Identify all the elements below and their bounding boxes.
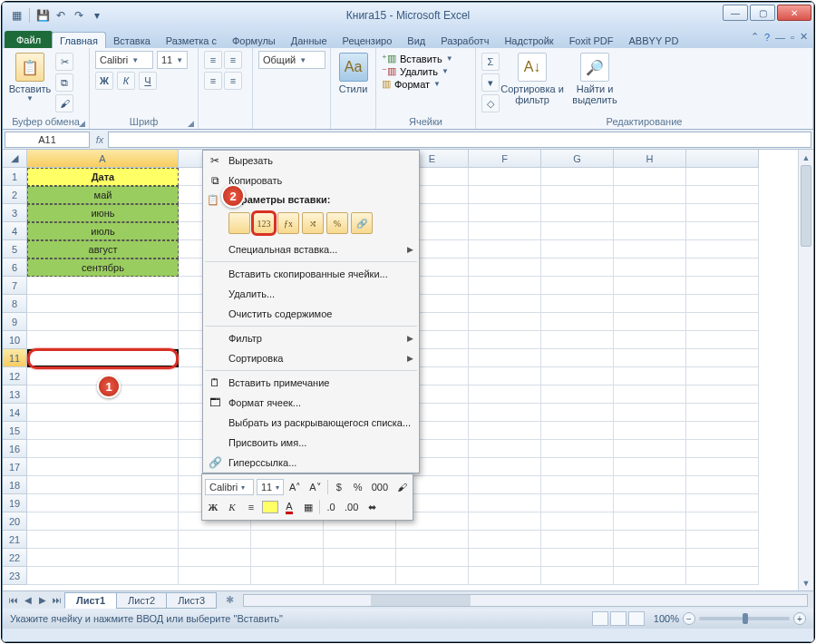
tab-nav-prev-icon[interactable]: ◀ <box>21 593 35 608</box>
cell[interactable] <box>686 476 759 494</box>
cell[interactable] <box>27 440 179 458</box>
vertical-scrollbar[interactable]: ▲ ▼ <box>798 150 813 590</box>
zoom-level[interactable]: 100% <box>654 613 679 624</box>
mini-borders-icon[interactable]: ▦ <box>300 499 316 515</box>
cell[interactable] <box>686 349 759 367</box>
sheet-tab[interactable]: Лист3 <box>166 592 217 609</box>
scroll-thumb[interactable] <box>801 165 811 247</box>
scroll-down-icon[interactable]: ▼ <box>799 575 813 590</box>
ctx-hyperlink[interactable]: 🔗Гиперссылка... <box>203 453 419 473</box>
row-header[interactable]: 20 <box>3 512 27 531</box>
col-header[interactable] <box>686 150 759 168</box>
qat-undo-icon[interactable]: ↶ <box>53 7 69 24</box>
cell[interactable] <box>27 313 179 331</box>
cell[interactable] <box>469 259 541 277</box>
align-center-icon[interactable]: ≡ <box>224 72 242 90</box>
tab-data[interactable]: Данные <box>283 32 335 48</box>
cell[interactable] <box>614 186 686 204</box>
cell[interactable] <box>27 404 179 422</box>
cell[interactable] <box>686 259 759 277</box>
doc-restore-icon[interactable]: ▫ <box>791 32 794 43</box>
sheet-tab[interactable]: Лист2 <box>116 592 167 609</box>
cell[interactable] <box>614 222 686 240</box>
sheet-tab[interactable]: Лист1 <box>64 592 117 609</box>
cell[interactable] <box>614 512 686 531</box>
grow-font-icon[interactable]: A˄ <box>287 479 304 495</box>
cell[interactable] <box>469 567 541 585</box>
merge-icon[interactable]: ⬌ <box>364 499 380 515</box>
cell[interactable] <box>469 549 541 567</box>
tab-formulas[interactable]: Формулы <box>224 32 284 48</box>
cell[interactable] <box>27 295 179 313</box>
doc-close-icon[interactable]: ✕ <box>800 31 808 43</box>
find-select-button[interactable]: 🔎 Найти и выделить <box>565 51 625 105</box>
cell[interactable] <box>614 367 686 385</box>
cell[interactable] <box>686 404 759 422</box>
cell[interactable] <box>469 186 541 204</box>
shrink-font-icon[interactable]: A˅ <box>306 479 324 495</box>
cell[interactable]: май <box>27 186 179 204</box>
tab-layout[interactable]: Разметка с <box>158 32 225 48</box>
row-header[interactable]: 18 <box>3 476 27 494</box>
col-header[interactable]: F <box>469 150 541 168</box>
cell[interactable] <box>469 531 541 549</box>
ctx-delete[interactable]: Удалить... <box>203 284 419 304</box>
dialog-launcher-icon[interactable]: ◢ <box>79 119 85 128</box>
cell[interactable] <box>541 331 614 349</box>
cell[interactable] <box>469 512 541 531</box>
mini-italic-button[interactable]: К <box>224 499 240 515</box>
new-sheet-icon[interactable]: ✱ <box>221 593 238 608</box>
qat-customize-icon[interactable]: ▾ <box>89 7 105 24</box>
cell[interactable] <box>396 531 469 549</box>
paste-all-button[interactable] <box>228 212 250 234</box>
cell[interactable] <box>541 259 614 277</box>
doc-minimize-icon[interactable]: — <box>775 32 785 43</box>
cell[interactable] <box>686 549 759 567</box>
cell[interactable] <box>469 313 541 331</box>
cell[interactable] <box>469 204 541 222</box>
cell[interactable] <box>541 531 614 549</box>
view-normal-icon[interactable] <box>592 611 608 626</box>
cell[interactable] <box>686 186 759 204</box>
row-header[interactable]: 1 <box>3 168 27 186</box>
cell[interactable] <box>614 277 686 295</box>
cell[interactable] <box>614 531 686 549</box>
tab-nav-first-icon[interactable]: ⏮ <box>6 593 21 608</box>
delete-cells-label[interactable]: Удалить <box>400 66 438 77</box>
cell[interactable] <box>179 549 251 567</box>
cell[interactable] <box>396 549 469 567</box>
cell[interactable] <box>27 277 179 295</box>
delete-cells-icon[interactable]: ⁻▥ <box>382 65 396 77</box>
cell[interactable] <box>469 458 541 476</box>
tab-abbyy[interactable]: ABBYY PD <box>621 32 687 48</box>
tab-file[interactable]: Файл <box>5 31 53 48</box>
cell[interactable] <box>469 404 541 422</box>
cell[interactable] <box>686 204 759 222</box>
tab-nav-next-icon[interactable]: ▶ <box>35 593 50 608</box>
row-header[interactable]: 11 <box>3 349 27 367</box>
cell[interactable] <box>686 512 759 531</box>
styles-button[interactable]: Aa Стили <box>336 51 370 94</box>
mini-font-color-icon[interactable]: A <box>281 499 297 515</box>
format-cells-label[interactable]: Формат <box>394 79 430 90</box>
format-cells-icon[interactable]: ▥ <box>382 78 391 90</box>
cell[interactable] <box>179 567 251 585</box>
cell[interactable] <box>614 313 686 331</box>
cell[interactable]: август <box>27 240 179 259</box>
ctx-sort[interactable]: Сортировка▶ <box>203 348 419 368</box>
close-button[interactable]: ✕ <box>777 5 811 21</box>
decrease-decimal-icon[interactable]: .00 <box>342 499 361 515</box>
cell[interactable] <box>686 567 759 585</box>
cell[interactable] <box>541 168 614 186</box>
align-top-icon[interactable]: ≡ <box>204 51 222 69</box>
paste-formulas-button[interactable]: ƒx <box>277 212 299 234</box>
cell[interactable] <box>541 240 614 259</box>
cell[interactable] <box>324 567 396 585</box>
cell[interactable] <box>614 259 686 277</box>
tab-view[interactable]: Вид <box>399 32 433 48</box>
minimize-button[interactable]: — <box>723 5 748 21</box>
cell[interactable] <box>541 404 614 422</box>
cell[interactable] <box>541 313 614 331</box>
cell[interactable] <box>541 204 614 222</box>
cell[interactable] <box>686 494 759 512</box>
